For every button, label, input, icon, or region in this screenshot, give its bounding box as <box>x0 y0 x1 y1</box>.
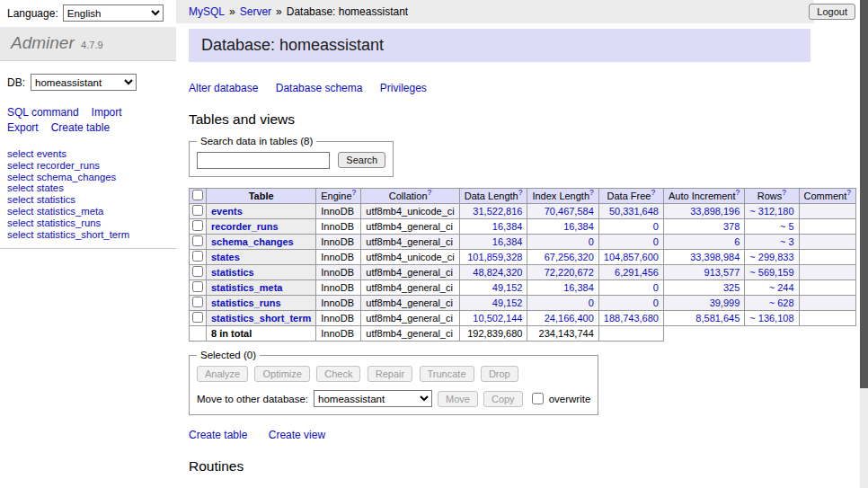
sidebar-table-link[interactable]: select states <box>7 182 64 193</box>
index-length-link[interactable]: 0 <box>589 236 594 247</box>
auto-increment-link[interactable]: 325 <box>723 282 740 293</box>
sidebar-table-link[interactable]: select statistics <box>7 194 75 205</box>
table-name-link[interactable]: states <box>211 252 240 262</box>
data-free-link[interactable]: 0 <box>653 297 659 308</box>
data-length-link[interactable]: 16,384 <box>492 236 523 247</box>
sidebar-table-link[interactable]: select recorder_runs <box>7 160 100 171</box>
data-length-link[interactable]: 101,859,328 <box>467 252 522 262</box>
index-length-link[interactable]: 70,467,584 <box>545 206 594 217</box>
sidebar-sql-command-link[interactable]: SQL command <box>7 106 79 119</box>
column-hint-link[interactable]: ? <box>518 189 523 198</box>
index-length-link[interactable]: 16,384 <box>563 221 594 232</box>
sidebar-import-link[interactable]: Import <box>92 106 122 119</box>
create-view-link[interactable]: Create view <box>269 429 325 441</box>
auto-increment-link[interactable]: 378 <box>723 221 740 232</box>
row-checkbox[interactable] <box>192 312 203 323</box>
data-free-link[interactable]: 104,857,600 <box>604 252 659 262</box>
index-length-link[interactable]: 67,256,320 <box>545 252 594 262</box>
move-button[interactable]: Move <box>438 391 478 407</box>
row-checkbox[interactable] <box>192 220 203 231</box>
privileges-link[interactable]: Privileges <box>380 82 427 94</box>
column-hint-link[interactable]: ? <box>651 189 655 198</box>
rows-link[interactable]: ~ 5 <box>780 221 794 232</box>
database-schema-link[interactable]: Database schema <box>276 82 363 94</box>
rows-link[interactable]: ~ 136,108 <box>749 313 793 324</box>
vertical-scrollbar[interactable] <box>860 0 868 488</box>
data-length-link[interactable]: 16,384 <box>492 221 523 232</box>
breadcrumb-server-link[interactable]: Server <box>240 5 271 18</box>
data-length-link[interactable]: 49,152 <box>492 297 523 308</box>
data-length-link[interactable]: 10,502,144 <box>473 313 522 324</box>
row-checkbox[interactable] <box>192 251 203 262</box>
create-table-link[interactable]: Create table <box>189 429 247 441</box>
selected-action-button[interactable]: Check <box>316 366 360 382</box>
alter-database-link[interactable]: Alter database <box>189 82 258 94</box>
check-all-checkbox[interactable] <box>192 190 203 200</box>
table-name-link[interactable]: recorder_runs <box>211 221 279 232</box>
selected-action-button[interactable]: Optimize <box>254 366 309 382</box>
data-free-link[interactable]: 50,331,648 <box>609 206 659 217</box>
row-checkbox[interactable] <box>192 297 203 307</box>
selected-action-button[interactable]: Repair <box>368 366 412 382</box>
rows-link[interactable]: ~ 628 <box>769 297 794 308</box>
sidebar-table-link[interactable]: select events <box>7 148 66 159</box>
scrollbar-thumb[interactable] <box>860 0 868 388</box>
sidebar-table-link[interactable]: select statistics_runs <box>7 217 101 228</box>
row-checkbox[interactable] <box>192 281 203 292</box>
row-checkbox[interactable] <box>192 205 203 216</box>
search-input[interactable] <box>197 152 330 169</box>
search-button[interactable]: Search <box>338 152 385 168</box>
row-checkbox[interactable] <box>192 266 203 277</box>
sidebar-create-table-link[interactable]: Create table <box>51 121 110 134</box>
data-length-link[interactable]: 31,522,816 <box>473 206 522 217</box>
logout-button[interactable]: Logout <box>809 4 855 20</box>
column-hint-link[interactable]: ? <box>846 189 851 198</box>
db-select[interactable]: homeassistant <box>31 74 137 91</box>
column-hint-link[interactable]: ? <box>736 189 740 198</box>
auto-increment-link[interactable]: 39,999 <box>710 297 740 308</box>
rows-link[interactable]: ~ 3 <box>780 236 794 247</box>
column-hint-link[interactable]: ? <box>428 189 432 198</box>
index-length-link[interactable]: 72,220,672 <box>545 267 594 278</box>
data-free-link[interactable]: 0 <box>653 221 659 232</box>
data-free-link[interactable]: 188,743,680 <box>604 313 659 324</box>
column-hint-link[interactable]: ? <box>352 189 357 198</box>
auto-increment-link[interactable]: 33,898,196 <box>690 206 740 217</box>
table-name-link[interactable]: events <box>211 206 243 217</box>
selected-action-button[interactable]: Analyze <box>197 366 248 382</box>
table-name-link[interactable]: statistics <box>211 267 254 278</box>
auto-increment-link[interactable]: 8,581,645 <box>695 313 740 324</box>
index-length-link[interactable]: 16,384 <box>563 282 594 293</box>
index-length-link[interactable]: 24,166,400 <box>545 313 594 324</box>
sidebar-table-link[interactable]: select statistics_meta <box>7 206 103 217</box>
auto-increment-link[interactable]: 33,398,984 <box>690 252 740 262</box>
move-database-select[interactable]: homeassistant <box>314 390 432 407</box>
rows-link[interactable]: ~ 244 <box>769 282 794 293</box>
sidebar-export-link[interactable]: Export <box>7 121 39 134</box>
table-name-link[interactable]: schema_changes <box>211 236 294 247</box>
table-name-link[interactable]: statistics_meta <box>211 282 283 293</box>
data-length-link[interactable]: 49,152 <box>492 282 523 293</box>
rows-link[interactable]: ~ 312,180 <box>749 206 793 217</box>
selected-action-button[interactable]: Drop <box>481 366 518 382</box>
rows-link[interactable]: ~ 299,833 <box>749 252 793 262</box>
table-name-link[interactable]: statistics_short_term <box>211 313 311 324</box>
column-hint-link[interactable]: ? <box>782 189 786 198</box>
column-hint-link[interactable]: ? <box>589 189 594 198</box>
overwrite-checkbox[interactable] <box>532 393 544 404</box>
sidebar-table-link[interactable]: select statistics_short_term <box>7 229 129 240</box>
auto-increment-link[interactable]: 6 <box>734 236 740 247</box>
table-name-link[interactable]: statistics_runs <box>211 297 281 308</box>
row-checkbox[interactable] <box>192 235 203 246</box>
auto-increment-link[interactable]: 913,577 <box>704 267 740 278</box>
data-free-link[interactable]: 0 <box>653 282 659 293</box>
index-length-link[interactable]: 0 <box>589 297 594 308</box>
copy-button[interactable]: Copy <box>483 391 523 407</box>
selected-action-button[interactable]: Truncate <box>420 366 474 382</box>
data-free-link[interactable]: 0 <box>653 236 659 247</box>
rows-link[interactable]: ~ 569,159 <box>749 267 793 278</box>
sidebar-table-link[interactable]: select schema_changes <box>7 172 116 182</box>
data-length-link[interactable]: 48,824,320 <box>473 267 522 278</box>
language-select[interactable]: English <box>63 4 164 22</box>
breadcrumb-mysql-link[interactable]: MySQL <box>189 5 225 18</box>
